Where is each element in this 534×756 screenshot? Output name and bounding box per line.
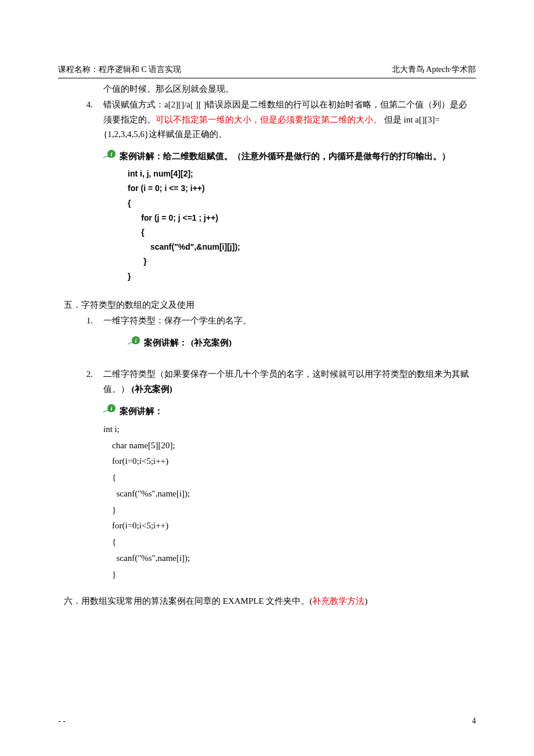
section-6-text-b: ) bbox=[365, 596, 367, 606]
section-6-highlight: 补充教学方法 bbox=[312, 596, 365, 606]
header-left-label: 课程名称： bbox=[58, 65, 99, 74]
item-4-highlight: 可以不指定第一维的大小，但是必须要指定第二维的大小。 bbox=[156, 115, 382, 124]
item-5-2-text: 二维字符类型（如果要保存一个班几十个学员的名字，这时候就可以用字符类型的数组来为… bbox=[103, 367, 476, 397]
item-5-1-number: 1. bbox=[81, 314, 93, 329]
page-header: 课程名称：程序逻辑和 C 语言实现 北大青鸟 Aptech·学术部 bbox=[58, 63, 476, 78]
footer-left: - - bbox=[58, 714, 66, 728]
list-item-4: 4. 错误赋值方式：a[2][]/a[ ][ ]错误原因是二维数组的行可以在初始… bbox=[81, 98, 476, 142]
list-item-5-2: 2. 二维字符类型（如果要保存一个班几十个学员的名字，这时候就可以用字符类型的数… bbox=[81, 367, 476, 397]
section-5-title: 五．字符类型的数组的定义及使用 bbox=[64, 298, 476, 313]
header-right: 北大青鸟 Aptech·学术部 bbox=[392, 63, 476, 77]
item-3-continuation: 个值的时候。那么区别就会显现。 bbox=[103, 82, 476, 97]
item-5-2-number: 2. bbox=[81, 367, 93, 397]
case-explain-2: i 案例讲解：(补充案例) bbox=[128, 336, 476, 351]
info-icon: i bbox=[103, 404, 116, 419]
section-6: 六．用数组实现常用的算法案例在同章的 EXAMPLE 文件夹中。(补充教学方法) bbox=[64, 594, 476, 609]
list-item-5-1: 1. 一维字符类型：保存一个学生的名字。 bbox=[81, 314, 476, 329]
page-number: 4 bbox=[472, 714, 476, 728]
code-block-1: int i, j, num[4][2]; for (i = 0; i <= 3;… bbox=[128, 167, 476, 284]
code-block-2: int i; char name[5][20]; for(i=0;i<5;i++… bbox=[103, 422, 476, 583]
item-5-2-supplement: (补充案例) bbox=[132, 384, 172, 394]
case-1-label: 案例讲解：给二维数组赋值。（注意外循环是做行的，内循环是做每行的打印输出。） bbox=[120, 149, 450, 164]
header-left: 课程名称：程序逻辑和 C 语言实现 bbox=[58, 63, 181, 77]
info-icon: i bbox=[103, 149, 116, 165]
case-2-label: 案例讲解： bbox=[144, 336, 187, 351]
case-3-label: 案例讲解： bbox=[120, 404, 163, 419]
item-4-number: 4. bbox=[81, 98, 93, 142]
item-5-1-text: 一维字符类型：保存一个学生的名字。 bbox=[103, 314, 476, 329]
page-footer: - - 4 bbox=[58, 714, 476, 728]
header-left-value: 程序逻辑和 C 语言实现 bbox=[99, 65, 181, 74]
case-2-supplement: (补充案例) bbox=[191, 336, 232, 351]
item-4-text: 错误赋值方式：a[2][]/a[ ][ ]错误原因是二维数组的行可以在初始时省略… bbox=[103, 98, 476, 142]
info-icon: i bbox=[128, 336, 140, 351]
case-explain-1: i 案例讲解：给二维数组赋值。（注意外循环是做行的，内循环是做每行的打印输出。） bbox=[103, 149, 476, 165]
section-6-text-a: 六．用数组实现常用的算法案例在同章的 EXAMPLE 文件夹中。( bbox=[64, 596, 312, 606]
case-explain-3: i 案例讲解： bbox=[103, 404, 476, 419]
